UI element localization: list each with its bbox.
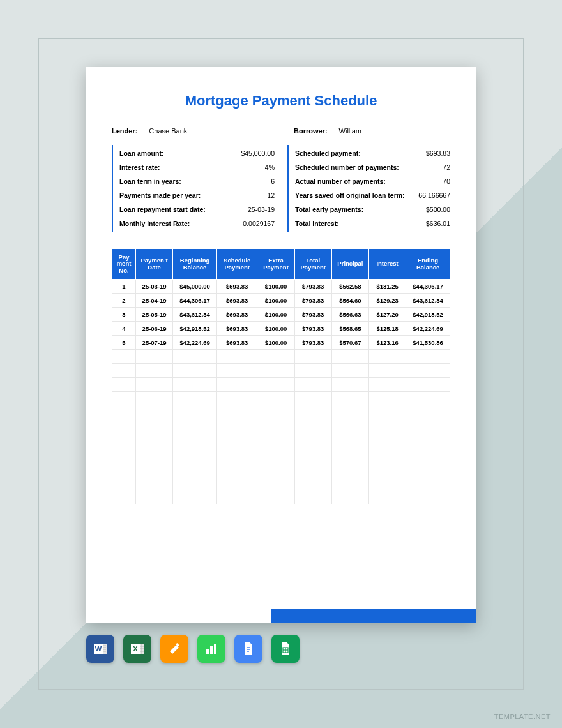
table-row-empty bbox=[112, 392, 450, 406]
table-cell-empty bbox=[216, 392, 257, 406]
info-key: Monthly interest Rate: bbox=[119, 220, 190, 227]
table-cell-empty bbox=[369, 350, 406, 364]
lender-field: Lender: Chase Bank bbox=[112, 127, 268, 135]
table-cell-empty bbox=[369, 406, 406, 420]
table-cell-empty bbox=[216, 378, 257, 392]
table-cell: $793.83 bbox=[294, 294, 331, 308]
table-row-empty bbox=[112, 420, 450, 434]
column-header: Extra Payment bbox=[257, 249, 294, 280]
table-cell-empty bbox=[216, 462, 257, 476]
page-title: Mortgage Payment Schedule bbox=[112, 93, 450, 109]
word-app-icon[interactable]: W bbox=[86, 635, 114, 663]
table-cell: $693.83 bbox=[216, 322, 257, 336]
excel-app-icon[interactable]: X bbox=[123, 635, 151, 663]
info-value: 66.166667 bbox=[418, 192, 450, 199]
info-value: $636.01 bbox=[426, 220, 450, 227]
table-cell-empty bbox=[257, 462, 294, 476]
table-cell-empty bbox=[112, 378, 136, 392]
borrower-field: Borrower: William bbox=[294, 127, 450, 135]
table-cell: $42,224.69 bbox=[173, 336, 217, 350]
table-cell-empty bbox=[112, 476, 136, 490]
table-cell-empty bbox=[331, 406, 368, 420]
table-cell: $41,530.86 bbox=[406, 336, 450, 350]
table-cell: $693.83 bbox=[216, 294, 257, 308]
table-cell-empty bbox=[294, 448, 331, 462]
table-cell-empty bbox=[369, 392, 406, 406]
table-cell: $693.83 bbox=[216, 308, 257, 322]
table-cell-empty bbox=[216, 448, 257, 462]
table-cell-empty bbox=[406, 378, 450, 392]
table-cell: $45,000.00 bbox=[173, 280, 217, 294]
table-cell: $100.00 bbox=[257, 308, 294, 322]
svg-rect-17 bbox=[214, 644, 216, 654]
table-cell-empty bbox=[173, 448, 217, 462]
table-cell: $793.83 bbox=[294, 336, 331, 350]
table-cell: $793.83 bbox=[294, 322, 331, 336]
info-value: $500.00 bbox=[426, 206, 450, 213]
table-row: 125-03-19$45,000.00$693.83$100.00$793.83… bbox=[112, 280, 450, 294]
table-cell: 5 bbox=[112, 336, 136, 350]
gdocs-app-icon[interactable] bbox=[234, 635, 262, 663]
table-cell-empty bbox=[294, 378, 331, 392]
table-row-empty bbox=[112, 378, 450, 392]
info-row: Years saved off original loan term:66.16… bbox=[295, 188, 450, 202]
table-cell: $570.67 bbox=[331, 336, 368, 350]
table-cell-empty bbox=[369, 434, 406, 448]
column-header: Paymen t Date bbox=[136, 249, 173, 280]
svg-rect-16 bbox=[210, 646, 213, 654]
info-value: $693.83 bbox=[426, 149, 450, 157]
table-cell: $43,612.34 bbox=[406, 294, 450, 308]
table-row-empty bbox=[112, 434, 450, 448]
table-cell-empty bbox=[216, 406, 257, 420]
table-row: 525-07-19$42,224.69$693.83$100.00$793.83… bbox=[112, 336, 450, 350]
table-cell: 25-07-19 bbox=[136, 336, 173, 350]
table-cell-empty bbox=[173, 364, 217, 378]
table-cell-empty bbox=[216, 434, 257, 448]
table-cell-empty bbox=[173, 490, 217, 504]
info-row: Scheduled payment:$693.83 bbox=[295, 146, 450, 160]
table-cell-empty bbox=[173, 420, 217, 434]
table-cell-empty bbox=[136, 476, 173, 490]
table-cell-empty bbox=[331, 434, 368, 448]
table-cell-empty bbox=[173, 462, 217, 476]
table-cell-empty bbox=[112, 406, 136, 420]
column-header: Beginning Balance bbox=[173, 249, 217, 280]
table-row-empty bbox=[112, 462, 450, 476]
info-key: Actual number of payments: bbox=[295, 178, 386, 185]
table-cell: $100.00 bbox=[257, 336, 294, 350]
table-cell-empty bbox=[294, 476, 331, 490]
table-cell-empty bbox=[294, 490, 331, 504]
borrower-value: William bbox=[339, 127, 361, 135]
borrower-label: Borrower: bbox=[294, 127, 328, 135]
info-value: 6 bbox=[271, 178, 275, 185]
table-cell: $43,612.34 bbox=[173, 308, 217, 322]
table-cell-empty bbox=[406, 462, 450, 476]
table-cell-empty bbox=[173, 392, 217, 406]
info-row: Loan amount:$45,000.00 bbox=[119, 146, 275, 160]
info-key: Years saved off original loan term: bbox=[295, 192, 405, 199]
svg-text:W: W bbox=[95, 645, 102, 653]
table-cell-empty bbox=[331, 350, 368, 364]
lender-value: Chase Bank bbox=[149, 127, 187, 135]
table-cell-empty bbox=[406, 434, 450, 448]
table-cell: 25-04-19 bbox=[136, 294, 173, 308]
gsheets-app-icon[interactable] bbox=[271, 635, 300, 663]
numbers-app-icon[interactable] bbox=[197, 635, 225, 663]
pages-app-icon[interactable] bbox=[160, 635, 188, 663]
table-cell: 1 bbox=[112, 280, 136, 294]
table-cell-empty bbox=[369, 462, 406, 476]
table-cell-empty bbox=[136, 350, 173, 364]
svg-text:X: X bbox=[133, 645, 138, 653]
column-header: Principal bbox=[331, 249, 368, 280]
table-cell-empty bbox=[406, 392, 450, 406]
info-key: Scheduled payment: bbox=[295, 149, 361, 157]
table-cell-empty bbox=[136, 420, 173, 434]
footer-accent-bar bbox=[271, 609, 476, 623]
column-header: Pay ment No. bbox=[112, 249, 136, 280]
info-row: Payments made per year:12 bbox=[119, 188, 275, 202]
table-cell: $127.20 bbox=[369, 308, 406, 322]
table-cell-empty bbox=[173, 378, 217, 392]
table-cell: 25-03-19 bbox=[136, 280, 173, 294]
loan-summary-right: Scheduled payment:$693.83Scheduled numbe… bbox=[287, 145, 450, 232]
parties-row: Lender: Chase Bank Borrower: William bbox=[112, 127, 450, 135]
